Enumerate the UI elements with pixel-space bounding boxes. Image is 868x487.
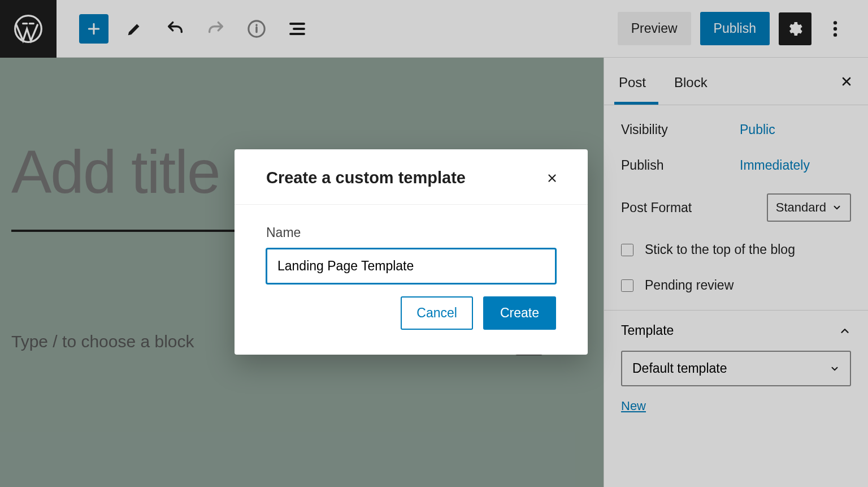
template-name-input[interactable] bbox=[266, 248, 556, 284]
modal-actions: Cancel Create bbox=[266, 296, 556, 330]
template-name-label: Name bbox=[266, 225, 556, 240]
modal-body: Name Cancel Create bbox=[235, 205, 588, 355]
create-button[interactable]: Create bbox=[483, 296, 556, 330]
modal-header: Create a custom template bbox=[235, 149, 588, 205]
create-template-modal: Create a custom template Name Cancel Cre… bbox=[235, 149, 588, 355]
close-icon bbox=[546, 172, 558, 184]
modal-title: Create a custom template bbox=[266, 169, 466, 187]
cancel-button[interactable]: Cancel bbox=[401, 296, 473, 330]
modal-close-button[interactable] bbox=[544, 170, 561, 187]
